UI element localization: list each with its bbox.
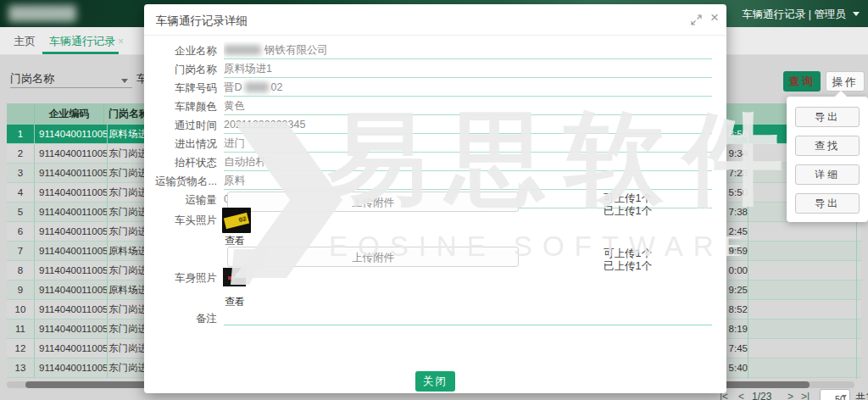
head-photo-label: 车头照片: [144, 214, 217, 228]
field-row: 车牌颜色黄色: [144, 97, 726, 115]
page-indicator: 1/23: [752, 391, 771, 400]
dialog-header-divider: [144, 35, 726, 36]
body-photo-label: 车身照片: [144, 271, 217, 286]
row-index: 3: [7, 164, 35, 182]
header-company-code[interactable]: 企业编码: [35, 103, 104, 125]
page-size-caret-icon: [842, 395, 847, 400]
cell-company-code: 9114040011005: [35, 164, 108, 182]
cell-company-code: 9114040011005: [35, 144, 108, 163]
cell-company-code: 9114040011005: [35, 319, 108, 338]
field-label: 抬杆状态: [144, 156, 217, 170]
row-index: 1: [7, 125, 35, 143]
row-index: 7: [7, 242, 35, 260]
field-label: 车牌号码: [144, 81, 217, 96]
field-label: 进出情况: [144, 137, 217, 152]
cell-company-code: 9114040011005: [35, 281, 108, 299]
vehicle-head-photo-thumbnail[interactable]: 02: [222, 208, 251, 233]
cell-company-code: 9114040011005: [35, 261, 108, 280]
upload-hint: 可上传1个已上传1个: [604, 247, 652, 273]
cell-company-code: 9114040011005: [35, 242, 108, 260]
field-value: 进门: [224, 135, 712, 153]
cell-company-code: 9114040011005: [35, 300, 108, 319]
field-value: 原料: [224, 172, 712, 190]
field-value: 自动抬杆: [224, 153, 712, 171]
active-tab-underline: [42, 52, 119, 54]
gate-name-filter-underline[interactable]: [10, 87, 132, 88]
tab-close-icon[interactable]: ×: [118, 36, 124, 47]
upload-hint: 可上传1个已上传1个: [604, 192, 652, 218]
cell-company-code: 9114040011005: [35, 222, 108, 241]
column-divider: [748, 103, 748, 379]
tab-home[interactable]: 主页: [14, 34, 36, 49]
cell-company-code: 9114040011005: [35, 358, 108, 377]
row-index: 8: [7, 261, 35, 280]
field-label: 运输量: [144, 193, 217, 208]
user-menu-caret-icon[interactable]: [853, 12, 860, 19]
field-row: 进出情况进门: [144, 135, 726, 153]
row-index: 12: [7, 339, 35, 358]
field-value: 20211222203345: [224, 116, 712, 134]
query-button[interactable]: 查询: [783, 71, 821, 92]
upload-attachment-button[interactable]: 上传附件: [227, 192, 519, 212]
pagination-bar: |< < 1/23 > >| 50 共1114: [716, 388, 868, 400]
row-index: 10: [7, 300, 35, 319]
last-page-button[interactable]: >|: [801, 391, 810, 400]
field-row: 通过时间20211222203345: [144, 116, 726, 134]
row-index: 13: [7, 358, 35, 377]
field-row: 车牌号码晋D02: [144, 79, 726, 97]
header-row-index: [7, 103, 35, 125]
field-value: 原料场进1: [224, 60, 712, 78]
row-index: 4: [7, 183, 35, 202]
field-value: 黄色: [224, 97, 712, 115]
field-row: 抬杆状态自动抬杆: [144, 153, 726, 171]
prev-page-button[interactable]: <: [738, 391, 744, 400]
cell-company-code: 9114040011005: [35, 125, 108, 143]
tab-vehicle-records[interactable]: 车辆通行记录×: [49, 34, 124, 49]
field-label: 运输货物名...: [144, 175, 217, 189]
cell-company-code: 9114040011005: [35, 203, 108, 221]
redacted-text: [224, 45, 261, 55]
photo-detail: [236, 273, 241, 275]
field-row: 门岗名称原料场进1: [144, 60, 726, 78]
operate-button[interactable]: 操作: [826, 71, 865, 92]
dialog-title: 车辆通行记录详细: [156, 14, 248, 29]
redacted-text: [245, 82, 269, 92]
field-row: 企业名称钢铁有限公司: [144, 42, 726, 59]
dropdown-caret-icon[interactable]: [121, 79, 128, 86]
close-icon[interactable]: ×: [710, 9, 719, 26]
row-index: 6: [7, 222, 35, 241]
menu-item-1[interactable]: 导出: [795, 107, 860, 127]
maximize-icon[interactable]: [691, 14, 702, 25]
field-label: 门岗名称: [144, 63, 217, 77]
menu-item-3[interactable]: 详细: [795, 164, 860, 185]
license-plate-image: 02: [224, 213, 249, 229]
field-value: 钢铁有限公司: [224, 42, 712, 59]
field-label: 通过时间: [144, 119, 217, 133]
field-value: 晋D02: [224, 79, 712, 97]
photo-detail: [228, 276, 235, 280]
record-detail-dialog: 车辆通行记录详细 × 企业名称钢铁有限公司门岗名称原料场进1车牌号码晋D02车牌…: [144, 4, 726, 393]
row-index: 2: [7, 144, 35, 163]
field-label: 企业名称: [144, 44, 217, 58]
gate-name-filter-label: 门岗名称: [10, 71, 54, 86]
app-logo: [8, 5, 76, 22]
total-count: 共1114: [855, 391, 868, 400]
user-menu[interactable]: 车辆通行记录 | 管理员: [742, 8, 846, 22]
row-index: 5: [7, 203, 35, 221]
remark-label: 备注: [144, 312, 217, 326]
menu-item-4[interactable]: 导出: [795, 193, 860, 214]
operate-menu: 导出查找详细导出: [787, 97, 868, 222]
row-index: 11: [7, 319, 35, 338]
vehicle-body-photo-thumbnail[interactable]: [223, 268, 246, 286]
field-row: 运输货物名...原料: [144, 172, 726, 190]
field-label: 车牌颜色: [144, 100, 217, 114]
cell-company-code: 9114040011005: [35, 339, 108, 358]
close-dialog-button[interactable]: 关闭: [415, 371, 455, 392]
remark-input[interactable]: [224, 308, 712, 325]
next-page-button[interactable]: >: [787, 391, 793, 400]
cell-company-code: 9114040011005: [35, 183, 108, 202]
page-size-select[interactable]: 50: [820, 389, 850, 400]
row-index: 9: [7, 281, 35, 299]
upload-attachment-button[interactable]: 上传附件: [227, 247, 519, 267]
menu-item-2[interactable]: 查找: [795, 136, 860, 156]
